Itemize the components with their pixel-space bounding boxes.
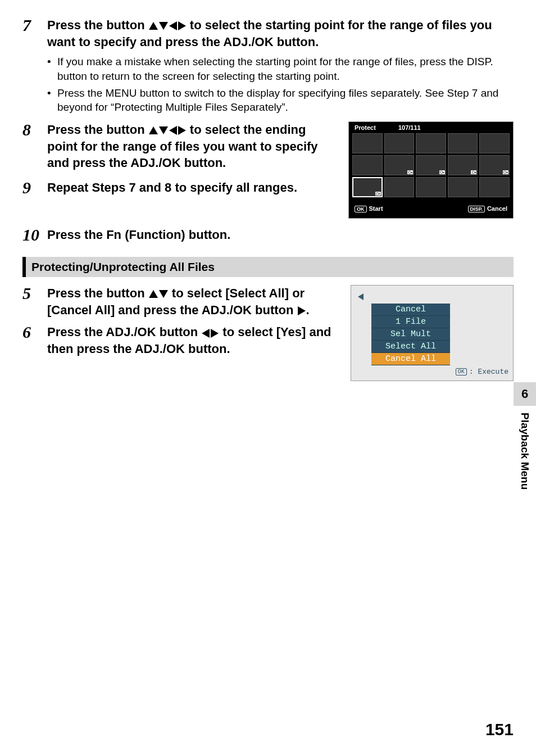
- chapter-tab: 6 Playback Menu: [514, 382, 536, 496]
- start-hint: OKStart: [355, 205, 383, 212]
- step-6: 6 Press the ADJ./OK button to select [Ye…: [22, 324, 340, 357]
- step-7-heading: Press the button to select the starting …: [47, 17, 514, 50]
- step-9: 9 Repeat Steps 7 and 8 to specify all ra…: [22, 179, 338, 196]
- step-number: 6: [22, 324, 47, 341]
- text: Press the ADJ./OK button: [47, 325, 201, 339]
- thumbnail: [479, 133, 510, 153]
- cancel-hint: DISP.Cancel: [468, 205, 507, 212]
- thumbnail: O•: [479, 155, 510, 175]
- text: Press the button: [47, 286, 148, 300]
- thumbnail: [416, 177, 446, 197]
- left-icon: [169, 21, 177, 30]
- label: Cancel: [487, 205, 507, 212]
- step-number: 8: [22, 121, 47, 138]
- menu-item: Cancel All: [371, 353, 450, 365]
- right-icon: [211, 329, 219, 338]
- thumbnail: O•: [384, 155, 415, 175]
- protect-icon: O•: [439, 170, 445, 174]
- thumbnail: [352, 155, 383, 175]
- step-10: 10 Press the Fn (Function) button.: [22, 227, 514, 243]
- step-10-heading: Press the Fn (Function) button.: [47, 227, 514, 243]
- screen-title: Protect: [355, 124, 376, 131]
- text: Press the button: [47, 18, 148, 32]
- up-icon: [149, 126, 158, 134]
- note: Press the MENU button to switch to the d…: [47, 86, 514, 115]
- down-icon: [159, 126, 168, 134]
- execute-hint: OK : Execute: [356, 368, 508, 376]
- page-number: 151: [485, 720, 514, 739]
- step-9-heading: Repeat Steps 7 and 8 to specify all rang…: [47, 179, 338, 196]
- thumbnail: [448, 133, 478, 153]
- down-icon: [159, 22, 168, 30]
- menu-list: Cancel1 FileSel MultSelect AllCancel All: [371, 304, 450, 365]
- section-heading: Protecting/Unprotecting All Files: [22, 257, 514, 277]
- protect-icon: O•: [503, 170, 508, 174]
- label: : Execute: [469, 368, 508, 376]
- label: Start: [369, 205, 383, 212]
- thumbnail: O•: [448, 155, 478, 175]
- step-8: 8 Press the button to select the ending …: [22, 121, 338, 171]
- thumbnail: O•: [352, 177, 383, 197]
- down-icon: [159, 290, 168, 298]
- chapter-number: 6: [514, 382, 536, 406]
- thumbnail: [448, 177, 478, 197]
- thumbnail: [384, 177, 415, 197]
- menu-item: 1 File: [371, 316, 450, 328]
- step-5: 5 Press the button to select [Select All…: [22, 285, 340, 318]
- step-number: 5: [22, 285, 47, 302]
- up-icon: [149, 290, 158, 298]
- thumbnail: [384, 133, 415, 153]
- menu-item: Select All: [371, 341, 450, 353]
- step-number: 9: [22, 179, 47, 196]
- up-icon: [149, 22, 158, 30]
- step-6-heading: Press the ADJ./OK button to select [Yes]…: [47, 324, 340, 357]
- step-number: 10: [22, 227, 47, 243]
- menu-item: Sel Mult: [371, 328, 450, 341]
- right-icon: [178, 126, 186, 135]
- step-7: 7 Press the button to select the startin…: [22, 17, 514, 121]
- ok-icon: OK: [355, 206, 367, 212]
- ok-icon: OK: [456, 368, 467, 375]
- protect-screen: Protect 107/111 O•O•O•O•O• OKStart DISP.…: [348, 121, 514, 219]
- step-5-heading: Press the button to select [Select All] …: [47, 285, 340, 318]
- protect-icon: O•: [471, 170, 476, 174]
- disp-icon: DISP.: [468, 206, 485, 212]
- thumbnail: [479, 177, 510, 197]
- left-icon: [169, 126, 177, 135]
- right-icon: [298, 306, 306, 315]
- left-arrow-icon: [358, 293, 364, 300]
- menu-item: Cancel: [371, 304, 450, 316]
- counter: 107/111: [398, 124, 421, 131]
- text: .: [306, 303, 310, 317]
- menu-screen: Cancel1 FileSel MultSelect AllCancel All…: [351, 285, 514, 381]
- step-8-heading: Press the button to select the ending po…: [47, 121, 338, 171]
- step-number: 7: [22, 17, 47, 34]
- protect-icon: O•: [407, 170, 413, 174]
- left-icon: [202, 329, 210, 338]
- protect-icon: O•: [375, 192, 381, 196]
- chapter-label: Playback Menu: [514, 406, 535, 496]
- right-icon: [178, 21, 186, 30]
- thumbnail: O•: [416, 155, 446, 175]
- note: If you make a mistake when selecting the…: [47, 55, 514, 83]
- text: Press the button: [47, 123, 148, 137]
- thumbnail: [352, 133, 383, 153]
- step-7-notes: If you make a mistake when selecting the…: [47, 55, 514, 115]
- thumbnail: [416, 133, 446, 153]
